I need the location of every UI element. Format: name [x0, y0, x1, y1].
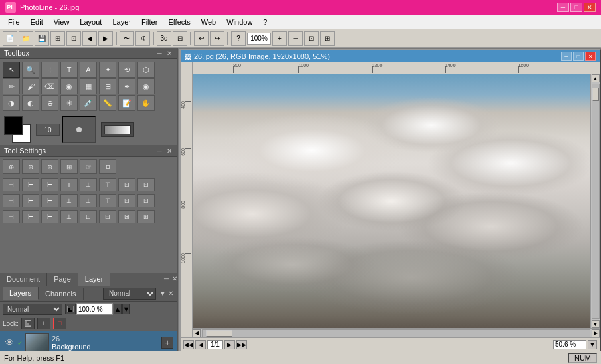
sz-5[interactable]: ⊡ [80, 210, 97, 223]
nav-last[interactable]: ▶▶ [236, 340, 247, 349]
opacity-input[interactable] [76, 303, 113, 315]
tb-print[interactable]: 🖨 [135, 31, 150, 46]
set-icon-4[interactable]: ⊞ [60, 159, 78, 174]
layers-options[interactable]: ▼ [159, 290, 167, 297]
toolbox-minimize[interactable]: ─ [155, 50, 163, 57]
tb-something[interactable]: ⊡ [66, 31, 81, 46]
tool-brush[interactable]: 🖌 [22, 78, 39, 94]
tb-3d[interactable]: 3d [157, 31, 171, 46]
horizontal-scrollbar[interactable]: ◀ ▶ [193, 328, 600, 337]
tb-open[interactable]: 📁 [19, 31, 33, 46]
sz-7[interactable]: ⊠ [118, 210, 135, 223]
scroll-right-button[interactable]: ▶ [592, 329, 600, 337]
tool-settings-minimize[interactable]: ─ [155, 147, 163, 155]
menu-view[interactable]: View [48, 17, 75, 27]
dist-2[interactable]: ⊢ [22, 194, 39, 207]
tool-fill[interactable]: ◉ [60, 78, 78, 94]
tool-smudge[interactable]: ⊕ [41, 95, 58, 111]
layers-panel-minimize[interactable]: ─ [161, 273, 169, 286]
sz-6[interactable]: ⊟ [99, 210, 116, 223]
nav-first[interactable]: ◀◀ [183, 340, 194, 349]
align-center-h[interactable]: ⊢ [22, 178, 39, 191]
minimize-button[interactable]: ─ [557, 3, 569, 12]
tool-sharpen[interactable]: ✳ [60, 95, 78, 111]
menu-layer[interactable]: Layer [107, 17, 136, 27]
tool-paint[interactable]: ✏ [3, 78, 20, 94]
tool-hand[interactable]: ✋ [137, 95, 155, 111]
dist-3[interactable]: ⊢ [41, 194, 58, 207]
tool-crop[interactable]: T [60, 62, 78, 78]
tool-settings-close[interactable]: ✕ [165, 147, 173, 155]
tab-channels[interactable]: Channels [39, 288, 83, 300]
tb-new[interactable]: 📄 [3, 31, 17, 46]
menu-layout[interactable]: Layout [74, 17, 107, 27]
tb-wave[interactable]: 〜 [120, 31, 134, 46]
tool-lasso[interactable]: ⟲ [118, 62, 135, 78]
lock-transparency[interactable] [21, 318, 35, 329]
close-button[interactable]: ✕ [584, 3, 596, 12]
dist-7[interactable]: ⊡ [118, 194, 135, 207]
tool-wand[interactable]: ✦ [99, 62, 116, 78]
img-close[interactable]: ✕ [585, 52, 596, 61]
maximize-button[interactable]: □ [570, 3, 582, 12]
dist-4[interactable]: ⊥ [60, 194, 78, 207]
img-minimize[interactable]: ─ [561, 52, 572, 61]
sz-1[interactable]: ⊣ [3, 210, 20, 223]
layers-close[interactable]: ✕ [167, 290, 175, 297]
sz-2[interactable]: ⊢ [22, 210, 39, 223]
tool-transform[interactable]: ⊹ [41, 62, 58, 78]
img-maximize[interactable]: □ [573, 52, 584, 61]
blend-mode-select[interactable]: Normal Multiply Screen [3, 304, 62, 315]
menu-effects[interactable]: Effects [163, 17, 195, 27]
tab-document[interactable]: Document [0, 273, 47, 286]
align-right[interactable]: ⊢ [41, 178, 58, 191]
sz-8[interactable]: ⊞ [137, 210, 155, 223]
menu-file[interactable]: File [3, 17, 25, 27]
menu-window[interactable]: Window [221, 17, 258, 27]
tb-zoom-in[interactable]: + [272, 31, 287, 46]
tool-zoom[interactable]: 🔍 [22, 62, 39, 78]
zoom-level-input[interactable] [553, 340, 586, 349]
tb-next[interactable]: ▶ [98, 31, 113, 46]
tb-undo[interactable]: ↩ [194, 31, 209, 46]
dist-1[interactable]: ⊣ [3, 194, 20, 207]
align-left[interactable]: ⊣ [3, 178, 20, 191]
foreground-color[interactable] [4, 116, 23, 135]
tb-wand[interactable]: ? [231, 31, 246, 46]
tool-gradient[interactable]: ▦ [80, 78, 97, 94]
scroll-up-button[interactable]: ▲ [592, 74, 600, 82]
dist-6[interactable]: ⊤ [99, 194, 116, 207]
tb-zoom-fit[interactable]: ⊡ [304, 31, 319, 46]
h-scroll-thumb[interactable] [206, 330, 232, 337]
align-center-v[interactable]: ⊥ [80, 178, 97, 191]
align-7[interactable]: ⊡ [118, 178, 135, 191]
tb-zoom-100[interactable]: ⊞ [320, 31, 335, 46]
tb-prev[interactable]: ◀ [82, 31, 97, 46]
tb-copy-layer[interactable]: ⊟ [173, 31, 187, 46]
menu-filter[interactable]: Filter [136, 17, 163, 27]
sz-4[interactable]: ⊥ [60, 210, 78, 223]
layers-sort-dropdown[interactable]: Normal [103, 288, 156, 300]
vertical-scrollbar[interactable]: ▲ ▼ [590, 74, 600, 328]
v-scroll-track[interactable] [592, 84, 600, 319]
h-scroll-track[interactable] [202, 329, 590, 337]
zoom-dropdown-button[interactable]: ▼ [588, 340, 597, 349]
align-8[interactable]: ⊡ [137, 178, 155, 191]
tool-erase[interactable]: ⌫ [41, 78, 58, 94]
set-icon-5[interactable]: ☞ [80, 159, 97, 174]
tool-heal[interactable]: ✒ [118, 78, 135, 94]
set-icon-3[interactable]: ⊕ [41, 159, 58, 174]
tool-select[interactable]: ↖ [3, 62, 20, 78]
tool-text[interactable]: A [80, 62, 97, 78]
layers-panel-close[interactable]: ✕ [169, 273, 177, 286]
tb-save[interactable]: 💾 [35, 31, 49, 46]
color-selector[interactable] [4, 116, 31, 143]
opacity-spin-down[interactable]: ▼ [122, 304, 130, 314]
dist-8[interactable]: ⊡ [137, 194, 155, 207]
v-scroll-thumb[interactable] [592, 88, 599, 101]
tb-zoom-out[interactable]: ─ [288, 31, 303, 46]
scroll-down-button[interactable]: ▼ [592, 320, 600, 328]
nav-prev[interactable]: ◀ [195, 340, 206, 349]
tool-stamp[interactable]: ⊟ [99, 78, 116, 94]
lock-position[interactable]: + [37, 318, 50, 329]
